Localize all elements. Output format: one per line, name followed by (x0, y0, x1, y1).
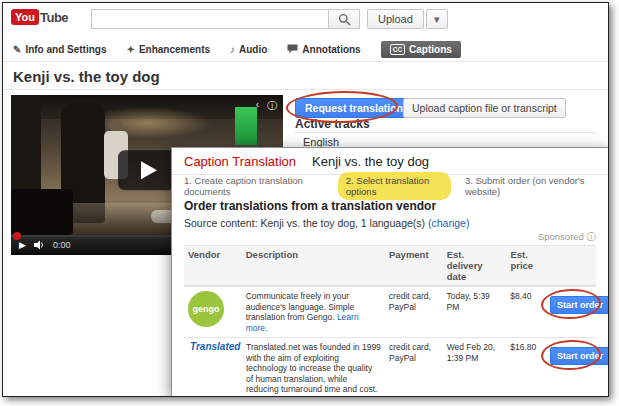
wizard-steps: 1. Create caption translation documents … (172, 175, 608, 197)
play-button-overlay[interactable] (118, 150, 176, 190)
divider (3, 61, 608, 62)
start-order-button-translated[interactable]: Start order (550, 347, 609, 365)
search-bar (91, 9, 360, 29)
youtube-logo-you: You (11, 9, 39, 25)
page-title: Kenji vs. the toy dog (13, 68, 160, 85)
tab-audio[interactable]: ♪ Audio (230, 44, 267, 55)
translated-price: $16.80 (506, 338, 546, 397)
translated-delivery-date: Wed Feb 20, 1:39 PM (443, 338, 507, 397)
search-input[interactable] (91, 9, 329, 29)
time-display: 0:00 (53, 240, 71, 250)
wand-icon: ✦ (127, 44, 135, 55)
divider (295, 132, 596, 133)
tab-label: Enhancements (139, 44, 210, 55)
dialog-header: Caption Translation Kenji vs. the toy do… (172, 148, 608, 175)
gengo-logo: gengo (188, 291, 224, 327)
luggage (11, 189, 73, 235)
play-control-icon[interactable]: ▶ (19, 240, 26, 250)
table-row-translated: Translated Translated.net was founded in… (184, 337, 596, 397)
vendor-table: Vendor Description Payment Est. delivery… (184, 245, 596, 397)
col-payment: Payment (385, 246, 443, 285)
upload-caret-button[interactable]: ▾ (426, 9, 448, 29)
step-2-active: 2. Select translation options (338, 172, 451, 200)
video-info-icon[interactable]: ⓘ (267, 99, 277, 113)
screenshot-frame: You Tube Upload ▾ ✎ Info and Settings ✦ … (2, 2, 609, 397)
col-est-price: Est. price (506, 246, 546, 285)
player-top-icons: ‹ ⓘ (256, 99, 277, 113)
start-order-button-gengo[interactable]: Start order (550, 296, 609, 314)
request-translation-button[interactable]: Request translation (295, 98, 413, 118)
info-circle-icon[interactable]: ⓘ (587, 231, 597, 242)
translated-description: Translated.net was founded in 1999 with … (242, 338, 385, 397)
editor-tab-bar: ✎ Info and Settings ✦ Enhancements ♪ Aud… (13, 38, 461, 60)
play-icon (141, 161, 157, 179)
translated-description-text: Translated.net was founded in 1999 with … (246, 342, 381, 397)
col-vendor: Vendor (184, 246, 242, 285)
search-icon (338, 13, 351, 26)
dialog-title: Caption Translation (184, 154, 296, 169)
share-icon[interactable]: ‹ (256, 99, 259, 113)
translated-payment: credit card, PayPal (385, 338, 443, 397)
gengo-delivery-date: Today, 5:39 PM (443, 287, 507, 337)
upload-controls: Upload ▾ (367, 9, 448, 29)
tab-label: Info and Settings (25, 44, 106, 55)
source-content-line: Source content: Kenji vs. the toy dog, 1… (172, 213, 608, 229)
music-note-icon: ♪ (230, 44, 235, 55)
gengo-description: Communicate freely in your audience's la… (242, 287, 385, 337)
table-header-row: Vendor Description Payment Est. delivery… (184, 245, 596, 286)
progress-dot[interactable] (13, 232, 21, 240)
tab-label: Captions (409, 44, 452, 55)
speech-bubble-icon (287, 44, 298, 54)
translated-logo: Translated (188, 342, 238, 353)
tab-label: Audio (239, 44, 267, 55)
step-1: 1. Create caption translation documents (184, 175, 324, 197)
active-tracks-label: Active tracks (295, 117, 370, 131)
sponsored-row: Sponsored ⓘ (172, 229, 608, 245)
col-description: Description (242, 246, 385, 285)
col-action (546, 246, 596, 285)
tab-captions[interactable]: CC Captions (381, 41, 461, 58)
search-button[interactable] (328, 9, 360, 29)
table-row-gengo: gengo Communicate freely in your audienc… (184, 286, 596, 337)
volume-icon[interactable] (34, 240, 45, 250)
gengo-payment: credit card, PayPal (385, 287, 443, 337)
youtube-logo-tube: Tube (40, 10, 68, 25)
tab-enhancements[interactable]: ✦ Enhancements (127, 44, 211, 55)
screenshot-canvas: You Tube Upload ▾ ✎ Info and Settings ✦ … (0, 0, 619, 406)
gengo-price: $8.40 (506, 287, 546, 337)
caption-translation-dialog: Caption Translation Kenji vs. the toy do… (171, 147, 609, 397)
upload-button[interactable]: Upload (367, 9, 424, 29)
upload-caption-file-button[interactable]: Upload caption file or transcript (403, 98, 566, 118)
tab-label: Annotations (302, 44, 360, 55)
cc-icon: CC (390, 44, 405, 55)
tab-info-and-settings[interactable]: ✎ Info and Settings (13, 44, 107, 55)
pencil-icon: ✎ (13, 44, 21, 55)
gengo-logo-text: gengo (193, 304, 220, 315)
chevron-down-icon: ▾ (434, 13, 440, 25)
translated-logo-text: Translated (190, 342, 240, 353)
youtube-logo[interactable]: You Tube (11, 9, 68, 25)
dialog-video-title: Kenji vs. the toy dog (312, 154, 429, 169)
green-screen (235, 107, 257, 145)
divider (3, 89, 608, 90)
order-heading: Order translations from a translation ve… (172, 197, 608, 213)
step-3: 3. Submit order (on vendor's website) (465, 175, 596, 197)
col-est-delivery-date: Est. delivery date (443, 246, 507, 285)
sponsored-label: Sponsored (538, 231, 584, 242)
tab-annotations[interactable]: Annotations (287, 44, 360, 55)
change-link[interactable]: (change) (428, 217, 469, 229)
source-content-text: Source content: Kenji vs. the toy dog, 1… (184, 217, 425, 229)
